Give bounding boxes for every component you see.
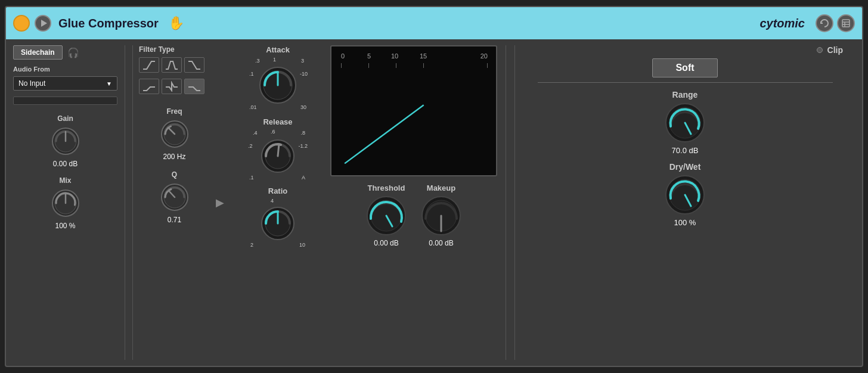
audio-from-dropdown[interactable]: No Input ▼	[13, 76, 117, 91]
makeup-knob[interactable]	[420, 194, 463, 237]
filter-btn-shelf-low[interactable]	[139, 79, 159, 94]
freq-label: Freq	[166, 107, 182, 116]
q-group: Q 0.71	[139, 170, 210, 224]
power-button[interactable]	[13, 15, 30, 32]
filter-btn-lowpass[interactable]	[184, 57, 204, 73]
freq-knob[interactable]	[158, 117, 191, 151]
threshold-makeup-section: Threshold 0.00 dB Makeup	[330, 184, 497, 247]
settings-button[interactable]	[837, 14, 855, 32]
svg-line-25	[345, 105, 424, 163]
q-value: 0.71	[168, 216, 181, 224]
filter-btn-highpass[interactable]	[139, 57, 159, 73]
filter-panel: Filter Type	[132, 45, 210, 360]
audio-from-value: No Input	[18, 79, 45, 88]
threshold-group: Threshold 0.00 dB	[365, 184, 408, 247]
mix-knob[interactable]	[49, 186, 82, 220]
plugin-title: Glue Compressor	[58, 17, 159, 30]
attack-label: Attack	[266, 45, 290, 54]
title-bar: Glue Compressor ✋ cytomic	[6, 7, 862, 39]
gain-label: Gain	[57, 114, 73, 123]
headphone-icon[interactable]: 🎧	[67, 47, 79, 58]
svg-rect-0	[842, 20, 850, 27]
drywet-group: Dry/Wet 100 %	[664, 162, 706, 227]
range-group: Range 70.0 dB	[664, 90, 706, 155]
range-knob[interactable]	[664, 101, 706, 144]
main-content: Sidechain 🎧 Audio From No Input ▼ Gain	[6, 39, 862, 366]
release-knob[interactable]	[259, 138, 296, 175]
filter-type-label: Filter Type	[139, 45, 175, 54]
sidechain-panel: Sidechain 🎧 Audio From No Input ▼ Gain	[13, 45, 117, 360]
vu-meter-display: 0 5 10 15 20	[330, 45, 497, 176]
audio-from-label: Audio From	[13, 66, 117, 73]
makeup-group: Makeup 0.00 dB	[420, 184, 463, 247]
freq-value: 200 Hz	[163, 153, 185, 161]
makeup-value: 0.00 dB	[429, 239, 453, 247]
gain-group: Gain 0.00 dB	[49, 114, 82, 168]
divider-1	[125, 45, 125, 360]
drywet-label: Dry/Wet	[669, 162, 701, 172]
ratio-knob[interactable]	[259, 205, 296, 242]
attack-knob[interactable]	[258, 65, 298, 105]
makeup-label: Makeup	[427, 184, 455, 192]
freq-group: Freq 200 Hz	[139, 107, 210, 161]
filter-btn-shelf-high[interactable]	[184, 79, 204, 94]
expand-chevron-icon[interactable]: ▶	[216, 45, 224, 360]
threshold-label: Threshold	[368, 184, 405, 192]
clip-led	[817, 47, 823, 53]
threshold-knob[interactable]	[365, 194, 408, 237]
arr-panel: Attack .3 1 3 .1 -10 .01 30	[230, 45, 326, 360]
audio-level-bar	[13, 97, 117, 105]
release-label: Release	[263, 117, 292, 126]
right-panel: Clip Soft Range 70.0 dB Dry	[514, 45, 855, 360]
vu-panel: 0 5 10 15 20 Thre	[330, 45, 497, 360]
ratio-label: Ratio	[268, 186, 288, 195]
divider-2	[506, 45, 506, 360]
sidechain-button[interactable]: Sidechain	[13, 45, 63, 60]
mix-value: 100 %	[55, 222, 75, 230]
filter-btn-notch[interactable]	[162, 79, 182, 94]
q-knob[interactable]	[158, 181, 191, 214]
clip-section: Clip	[515, 45, 843, 55]
clip-label: Clip	[827, 45, 843, 55]
brand-label: cytomic	[760, 17, 805, 30]
range-value: 70.0 dB	[672, 146, 699, 155]
svg-line-21	[278, 144, 279, 156]
right-divider	[538, 82, 833, 83]
gain-value: 0.00 dB	[53, 160, 78, 168]
vu-needle	[331, 46, 496, 175]
plugin-container: Glue Compressor ✋ cytomic Sidechain 🎧	[5, 6, 863, 367]
filter-type-row1	[139, 57, 210, 73]
play-button[interactable]	[35, 15, 51, 32]
threshold-value: 0.00 dB	[374, 239, 398, 247]
sync-button[interactable]	[816, 14, 833, 32]
range-label: Range	[672, 90, 698, 100]
play-icon	[41, 20, 47, 27]
soft-button[interactable]: Soft	[652, 58, 718, 77]
q-label: Q	[172, 170, 177, 179]
filter-btn-bandpass[interactable]	[162, 57, 182, 73]
filter-type-row2	[139, 79, 210, 94]
mix-group: Mix 100 %	[49, 176, 82, 230]
drywet-value: 100 %	[674, 218, 696, 227]
mix-label: Mix	[59, 176, 71, 185]
dropdown-arrow-icon: ▼	[106, 80, 112, 87]
gain-knob[interactable]	[49, 125, 82, 158]
drywet-knob[interactable]	[664, 173, 706, 216]
hand-icon[interactable]: ✋	[168, 15, 184, 31]
